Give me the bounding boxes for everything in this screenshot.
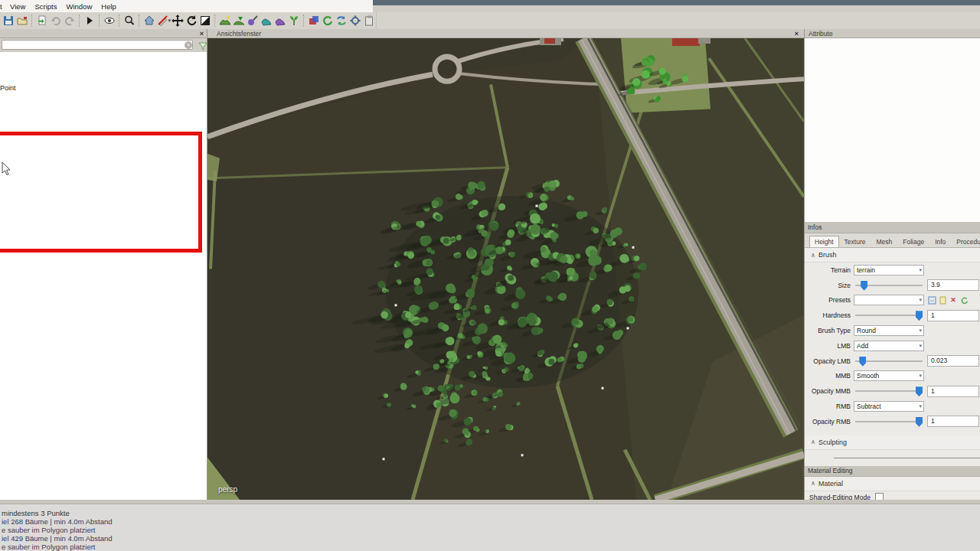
draw-locked-icon[interactable] [157,14,169,28]
opacity-rmb-slider[interactable] [854,416,924,427]
chevron-down-icon: ▾ [919,326,922,335]
mmb-row: MMB Smooth▾ [805,369,980,384]
sculpting-section-header[interactable]: ∧ Sculpting [805,435,980,450]
foliage-paint-icon[interactable] [288,14,300,28]
tab-texture[interactable]: Texture [839,236,871,247]
opacity-mmb-row: Opacity MMB 1 [805,383,980,399]
settings-icon[interactable] [349,14,361,28]
material-editing-header: Material Editing [805,466,980,477]
mmb-dropdown[interactable]: Smooth▾ [854,370,924,381]
home-icon[interactable] [143,14,155,28]
close-icon[interactable]: × [795,29,799,38]
tab-mesh[interactable]: Mesh [871,236,897,247]
visibility-icon[interactable] [103,14,116,28]
filter-icon[interactable] [198,41,207,50]
shared-editing-checkbox[interactable] [875,493,884,500]
opacity-lmb-row: Opacity LMB 0.023 [805,354,980,369]
opacity-lmb-value-input[interactable]: 0.023 [927,355,979,367]
editor-window: t View Scripts Window Help ▾ [0,0,980,551]
menu-item-window[interactable]: Window [61,2,96,11]
cube-icon[interactable] [308,14,320,28]
terrain-row: Terrain terrain▾ [805,262,980,278]
terrain-smooth-icon[interactable] [260,14,273,28]
chevron-down-icon: ▾ [919,371,922,380]
scenegraph-panel: × × Point [0,29,207,500]
status-line: iel 429 Bäume | min 4.0m Abstand [2,534,980,543]
presets-dropdown[interactable]: ▾ [854,295,924,305]
menu-item-scripts[interactable]: Scripts [30,2,61,11]
terrain-dropdown[interactable]: terrain▾ [854,265,924,276]
toolbar: ▾ [0,12,980,30]
menu-item-help[interactable]: Help [96,2,121,11]
toolbar-separator [139,15,140,27]
toolbar-separator [79,15,80,27]
status-bar: mindestens 3 Punkte iel 268 Bäume | min … [0,504,980,551]
toolbar-separator [303,15,305,27]
terrain-lower-icon[interactable] [233,14,245,28]
brush-section-header[interactable]: ∧ Brush [805,248,980,262]
menu-item-clipped[interactable]: t [0,2,5,11]
rmb-dropdown[interactable]: Subtract▾ [854,401,924,412]
presets-row: Presets ▾ ✕ [805,293,980,308]
background-titlebar-strip [373,0,980,5]
scenegraph-item-point[interactable]: Point [0,84,16,92]
undo-icon[interactable] [50,14,62,28]
opacity-rmb-value-input[interactable]: 1 [927,416,979,427]
tab-height[interactable]: Height [809,236,839,247]
opacity-mmb-slider[interactable] [854,386,924,396]
attributes-panel: Attribute Infos Height Texture Mesh Foli… [804,29,980,500]
clear-search-icon[interactable]: × [185,41,192,49]
terrain-sculpt-icon[interactable] [219,14,231,28]
background-strip [373,5,980,12]
clipboard-icon[interactable] [363,14,375,28]
preset-delete-icon[interactable]: ✕ [949,295,958,305]
import-icon[interactable] [36,14,48,28]
collapse-caret-icon: ∧ [808,480,818,487]
toolbar-group: ▾ [0,12,377,29]
tab-info[interactable]: Info [929,236,951,247]
lmb-dropdown[interactable]: Add▾ [854,341,924,351]
collapse-caret-icon: ∧ [808,439,818,445]
terrain-flatten-icon[interactable] [274,14,286,28]
tab-foliage[interactable]: Foliage [897,236,929,247]
lmb-row: LMB Add▾ [805,338,980,354]
viewport-3d[interactable]: persp [207,38,804,500]
open-icon[interactable] [16,14,28,28]
preset-refresh-icon[interactable] [959,295,969,305]
zoom-icon[interactable] [123,14,136,28]
play-icon[interactable] [83,14,96,28]
opacity-lmb-slider[interactable] [854,356,924,367]
preset-new-icon[interactable] [938,295,947,305]
close-icon[interactable]: × [200,29,204,38]
size-row: Size 3.9 [805,278,980,293]
annotation-rectangle [0,132,202,253]
scenegraph-tree[interactable]: Point [0,52,207,500]
size-value-input[interactable]: 3.9 [927,279,979,291]
redo-icon[interactable] [64,14,76,28]
toolbar-separator [119,15,120,27]
chevron-down-icon[interactable]: ▾ [168,18,172,24]
scale-icon[interactable] [199,14,211,28]
brush-type-dropdown[interactable]: Round▾ [854,325,924,336]
translate-icon[interactable] [172,14,184,28]
toolbar-separator [99,15,100,27]
rotate-icon[interactable] [185,14,198,28]
save-icon[interactable] [2,14,15,28]
refresh-icon[interactable] [322,14,334,28]
tab-procedural[interactable]: Procedural [951,236,980,247]
search-input[interactable] [2,40,193,50]
menu-item-view[interactable]: View [5,2,30,11]
opacity-mmb-value-input[interactable]: 1 [927,386,979,397]
terrain-paint-icon[interactable] [247,14,259,28]
preset-save-icon[interactable] [927,295,936,305]
hardness-value-input[interactable]: 1 [927,310,979,321]
chevron-down-icon: ▾ [919,341,922,350]
status-line: mindestens 3 Punkte [2,509,980,517]
hardness-slider[interactable] [854,310,924,321]
toolbar-separator [31,15,33,27]
terrain-scene [207,38,804,500]
size-slider[interactable] [854,280,924,291]
chevron-down-icon: ▾ [919,295,922,305]
material-section-header[interactable]: ∧ Material [805,477,980,491]
sync-icon[interactable] [335,14,348,28]
